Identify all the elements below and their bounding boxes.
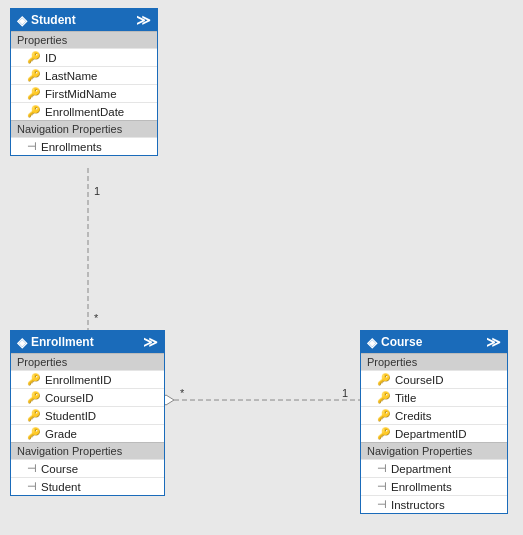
nav-label: Student [41,481,81,493]
nav-label: Course [41,463,78,475]
svg-text:1: 1 [94,185,100,197]
student-properties-header: Properties [11,31,157,48]
nav-icon: ⊣ [377,480,387,493]
table-row: 🔑 Credits [361,406,507,424]
table-row: ⊣ Student [11,477,164,495]
student-title: Student [31,13,76,27]
course-entity: ◈ Course ≫ Properties 🔑 CourseID 🔑 Title… [360,330,508,514]
student-collapse-icon[interactable]: ≫ [136,12,151,28]
nav-label: Instructors [391,499,445,511]
table-row: ⊣ Instructors [361,495,507,513]
table-row: ⊣ Enrollments [361,477,507,495]
key-icon: 🔑 [27,69,41,82]
enrollment-properties-header: Properties [11,353,164,370]
nav-label: Enrollments [391,481,452,493]
table-row: 🔑 StudentID [11,406,164,424]
nav-icon: ⊣ [27,140,37,153]
student-header: ◈ Student ≫ [11,9,157,31]
enrollment-collapse-icon[interactable]: ≫ [143,334,158,350]
key-icon: 🔑 [27,87,41,100]
table-row: ⊣ Enrollments [11,137,157,155]
enrollment-nav-header: Navigation Properties [11,442,164,459]
nav-icon: ⊣ [27,462,37,475]
svg-text:*: * [94,312,99,324]
course-entity-icon: ◈ [367,335,377,350]
course-nav-header: Navigation Properties [361,442,507,459]
nav-icon: ⊣ [27,480,37,493]
prop-label: StudentID [45,410,96,422]
table-row: 🔑 ID [11,48,157,66]
course-collapse-icon[interactable]: ≫ [486,334,501,350]
enrollment-title: Enrollment [31,335,94,349]
prop-label: EnrollmentDate [45,106,124,118]
diagram-canvas: 1 * * 1 ◈ Student ≫ Properties 🔑 ID 🔑 La… [0,0,523,535]
course-title: Course [381,335,422,349]
table-row: ⊣ Department [361,459,507,477]
table-row: 🔑 Title [361,388,507,406]
enrollment-entity-icon: ◈ [17,335,27,350]
svg-text:*: * [180,387,185,399]
prop-label: Title [395,392,416,404]
prop-label: Credits [395,410,431,422]
key-icon: 🔑 [377,391,391,404]
student-entity: ◈ Student ≫ Properties 🔑 ID 🔑 LastName 🔑… [10,8,158,156]
nav-icon: ⊣ [377,498,387,511]
table-row: ⊣ Course [11,459,164,477]
table-row: 🔑 EnrollmentID [11,370,164,388]
prop-label: CourseID [45,392,94,404]
enrollment-entity: ◈ Enrollment ≫ Properties 🔑 EnrollmentID… [10,330,165,496]
nav-label: Department [391,463,451,475]
prop-label: ID [45,52,57,64]
enrollment-header: ◈ Enrollment ≫ [11,331,164,353]
table-row: 🔑 FirstMidName [11,84,157,102]
key-icon: 🔑 [27,373,41,386]
nav-icon: ⊣ [377,462,387,475]
prop-label: EnrollmentID [45,374,111,386]
student-nav-header: Navigation Properties [11,120,157,137]
course-properties-header: Properties [361,353,507,370]
prop-label: Grade [45,428,77,440]
key-icon: 🔑 [27,105,41,118]
table-row: 🔑 LastName [11,66,157,84]
prop-label: FirstMidName [45,88,117,100]
key-icon: 🔑 [377,373,391,386]
student-entity-icon: ◈ [17,13,27,28]
table-row: 🔑 CourseID [11,388,164,406]
key-icon: 🔑 [27,409,41,422]
key-icon: 🔑 [377,427,391,440]
prop-label: DepartmentID [395,428,467,440]
table-row: 🔑 DepartmentID [361,424,507,442]
key-icon: 🔑 [27,51,41,64]
key-icon: 🔑 [27,391,41,404]
table-row: 🔑 Grade [11,424,164,442]
svg-text:1: 1 [342,387,348,399]
key-icon: 🔑 [27,427,41,440]
course-header: ◈ Course ≫ [361,331,507,353]
key-icon: 🔑 [377,409,391,422]
prop-label: LastName [45,70,97,82]
table-row: 🔑 CourseID [361,370,507,388]
table-row: 🔑 EnrollmentDate [11,102,157,120]
nav-label: Enrollments [41,141,102,153]
prop-label: CourseID [395,374,444,386]
